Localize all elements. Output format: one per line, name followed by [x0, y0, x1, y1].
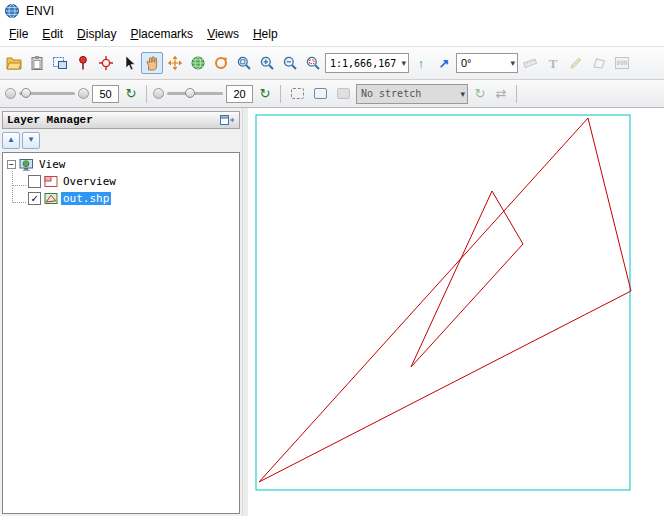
chip-view-button[interactable] [49, 52, 71, 74]
rotation-value: 0° [461, 57, 507, 69]
menu-display[interactable]: Display [70, 24, 123, 44]
tree-row-overview[interactable]: Overview [5, 173, 237, 190]
vector-layer-label: out.shp [61, 192, 111, 205]
menu-bar: File Edit Display Placemarks Views Help [0, 22, 664, 46]
stretch-type-combobox[interactable]: No stretch ▾ [356, 84, 468, 104]
vector-edit-button[interactable] [565, 52, 587, 74]
brightness-slider-thumb[interactable] [21, 88, 31, 98]
roi-tool-button[interactable] [588, 52, 610, 74]
select-tool-button[interactable] [118, 52, 140, 74]
shapefile-polygon-1 [411, 191, 523, 367]
outshp-checkbox[interactable]: ✓ [28, 192, 41, 205]
filled-extent-icon [337, 88, 350, 99]
globe-view-button[interactable] [187, 52, 209, 74]
vector-canvas[interactable] [248, 108, 664, 516]
data-manager-button[interactable] [26, 52, 48, 74]
goto-location-button[interactable]: ↗ [433, 52, 455, 74]
layer-manager-header: Layer Manager [2, 111, 240, 129]
measure-tool-button[interactable] [519, 52, 541, 74]
brightness-min-button[interactable] [5, 88, 16, 99]
layer-manager-panel: Layer Manager ▲ ▼ − [0, 108, 242, 516]
layer-tree: − View [2, 152, 240, 514]
vector-layer-icon [44, 192, 58, 205]
pixel-values-icon: 008 [615, 57, 630, 69]
stretch-view-extent-button[interactable] [287, 84, 307, 104]
chip-region-icon [52, 55, 68, 71]
brightness-reset-button[interactable]: ↻ [122, 85, 140, 103]
pan-tool-button[interactable] [141, 52, 163, 74]
orbit-tool-button[interactable] [210, 52, 232, 74]
overview-layer-label: Overview [61, 175, 118, 188]
zoom-out-button[interactable] [279, 52, 301, 74]
swap-arrows-icon: ⇄ [496, 87, 507, 100]
pin-icon [75, 55, 91, 71]
expand-all-button[interactable]: ▼ [22, 132, 40, 149]
stretch-custom-button[interactable] [333, 84, 353, 104]
zoom-in-button[interactable] [256, 52, 278, 74]
up-arrow-icon: ↑ [418, 57, 425, 70]
open-folder-icon [6, 55, 22, 71]
refresh-icon: ↻ [475, 87, 486, 100]
previous-view-button[interactable]: ↑ [410, 52, 432, 74]
globe-icon [190, 55, 206, 71]
view-extent-rect [256, 115, 630, 490]
tree-row-outshp[interactable]: ✓ out.shp [5, 190, 237, 207]
image-view[interactable] [248, 108, 664, 516]
rotation-combobox[interactable]: 0° ▾ [456, 53, 518, 73]
layer-manager-toolbar: ▲ ▼ [2, 129, 240, 151]
collapse-node-icon[interactable]: − [7, 160, 16, 169]
polygon-roi-icon [591, 55, 607, 71]
zoom-full-extent-button[interactable] [233, 52, 255, 74]
tree-root-row[interactable]: − View [5, 156, 237, 173]
zoom-rectangle-button[interactable] [302, 52, 324, 74]
cursor-arrow-icon [121, 55, 137, 71]
sharpen-reset-button[interactable]: ↻ [256, 85, 274, 103]
raster-values-button[interactable]: 008 [611, 52, 633, 74]
chevron-down-icon: ▾ [398, 58, 406, 68]
window-title: ENVI [26, 4, 54, 18]
center-view-button[interactable] [95, 52, 117, 74]
brightness-max-button[interactable] [78, 88, 89, 99]
placemark-button[interactable] [72, 52, 94, 74]
dashed-extent-icon [291, 88, 304, 99]
stretch-reset-button[interactable]: ↻ [471, 85, 489, 103]
tree-root-label: View [37, 158, 68, 171]
pan-arrows-icon [167, 55, 183, 71]
stretch-swap-button[interactable]: ⇄ [492, 85, 510, 103]
zoom-level-value: 1:1,666,167 [330, 58, 398, 69]
toolbar-separator [280, 85, 281, 103]
fly-tool-button[interactable] [164, 52, 186, 74]
toolbar-separator [146, 85, 147, 103]
zoom-level-combobox[interactable]: 1:1,666,167 ▾ [325, 53, 409, 73]
brightness-slider[interactable] [19, 92, 75, 95]
overview-checkbox[interactable] [28, 175, 41, 188]
main-toolbar: 1:1,666,167 ▾ ↑ ↗ 0° ▾ T [0, 46, 664, 80]
layer-manager-title: Layer Manager [7, 114, 93, 126]
magnifier-minus-icon [282, 55, 298, 71]
app-logo-icon [4, 3, 20, 19]
brightness-value-field[interactable]: 50 [92, 85, 119, 103]
title-bar: ENVI [0, 0, 664, 22]
open-file-button[interactable] [3, 52, 25, 74]
tree-connector [12, 188, 26, 203]
text-tool-icon: T [549, 57, 558, 70]
refresh-icon: ↻ [260, 87, 271, 100]
dock-pin-icon[interactable] [219, 113, 235, 127]
menu-help[interactable]: Help [246, 24, 285, 44]
stretch-full-extent-button[interactable] [310, 84, 330, 104]
view-monitor-icon [19, 158, 34, 172]
solid-extent-icon [314, 88, 327, 99]
orbit-icon [213, 55, 229, 71]
ruler-icon [522, 55, 538, 71]
menu-edit[interactable]: Edit [35, 24, 70, 44]
sharpen-min-button[interactable] [153, 88, 164, 99]
sharpen-slider-thumb[interactable] [185, 88, 195, 98]
menu-placemarks[interactable]: Placemarks [123, 24, 200, 44]
text-annotation-button[interactable]: T [542, 52, 564, 74]
menu-file[interactable]: File [2, 24, 35, 44]
sharpen-value-field[interactable]: 20 [226, 85, 253, 103]
magnifier-plus-icon [259, 55, 275, 71]
collapse-all-button[interactable]: ▲ [2, 132, 20, 149]
menu-views[interactable]: Views [200, 24, 246, 44]
sharpen-slider[interactable] [167, 92, 223, 95]
